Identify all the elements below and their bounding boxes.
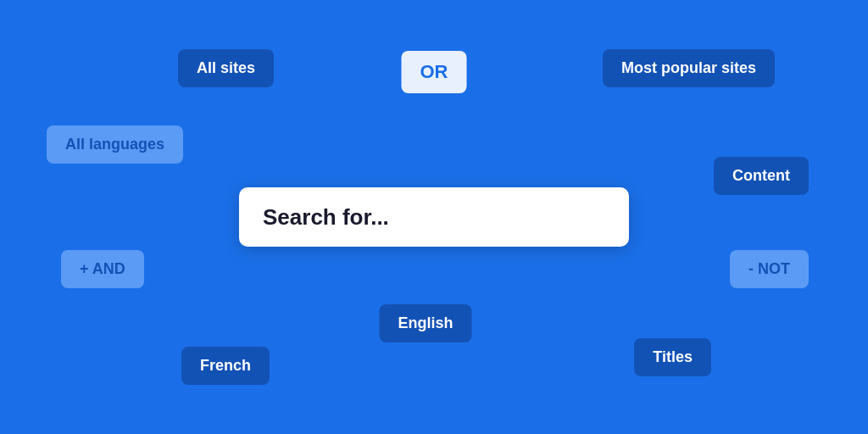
chip-or[interactable]: OR <box>402 51 467 93</box>
chip-most-popular-sites[interactable]: Most popular sites <box>603 49 775 87</box>
chip-titles[interactable]: Titles <box>634 338 711 376</box>
chip-english[interactable]: English <box>379 304 471 342</box>
chip-and[interactable]: + AND <box>61 250 144 288</box>
chip-not[interactable]: - NOT <box>730 250 809 288</box>
chip-content[interactable]: Content <box>714 157 809 195</box>
chip-all-sites[interactable]: All sites <box>178 49 274 87</box>
search-bar[interactable]: Search for... <box>239 187 629 247</box>
search-placeholder: Search for... <box>263 204 389 231</box>
background: Search for... OR All sites Most popular … <box>0 0 868 434</box>
chip-french[interactable]: French <box>181 347 270 385</box>
chip-all-languages[interactable]: All languages <box>47 125 183 164</box>
